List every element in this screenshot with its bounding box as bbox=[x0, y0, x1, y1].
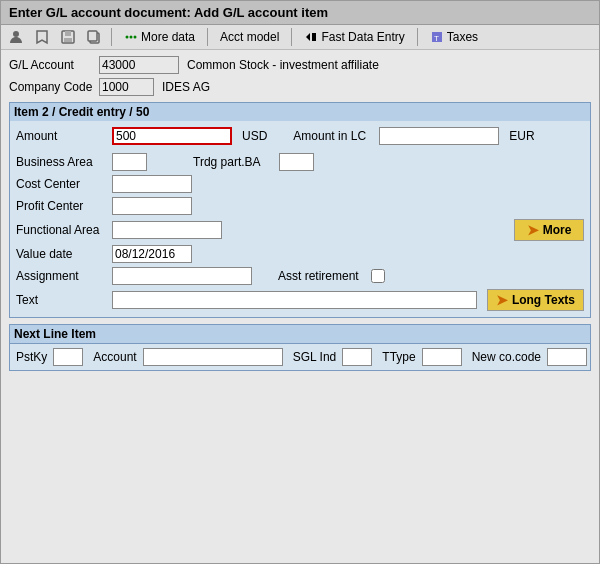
item-section-title: Item 2 / Credit entry / 50 bbox=[10, 103, 590, 121]
amount-input[interactable] bbox=[112, 127, 232, 145]
company-code-input[interactable] bbox=[99, 78, 154, 96]
value-date-input[interactable] bbox=[112, 245, 192, 263]
new-cocode-input[interactable] bbox=[547, 348, 587, 366]
svg-point-0 bbox=[13, 31, 19, 37]
currency-lc-label: EUR bbox=[509, 129, 534, 143]
trdg-part-ba-input[interactable] bbox=[279, 153, 314, 171]
content-area: G/L Account Common Stock - investment af… bbox=[1, 50, 599, 383]
account-input[interactable] bbox=[143, 348, 283, 366]
more-data-button[interactable]: More data bbox=[120, 29, 199, 45]
fast-data-entry-button[interactable]: Fast Data Entry bbox=[300, 29, 408, 45]
business-area-input[interactable] bbox=[112, 153, 147, 171]
bookmark-icon[interactable] bbox=[33, 28, 51, 46]
profit-center-label: Profit Center bbox=[16, 199, 106, 213]
more-arrow-icon: ➤ bbox=[527, 222, 539, 238]
account-label: Account bbox=[93, 350, 136, 364]
copy-icon[interactable] bbox=[85, 28, 103, 46]
cost-center-row: Cost Center bbox=[16, 175, 584, 193]
next-line-title: Next Line Item bbox=[10, 325, 590, 344]
asst-retirement-label: Asst retirement bbox=[278, 269, 359, 283]
main-window: Enter G/L account document: Add G/L acco… bbox=[0, 0, 600, 564]
svg-rect-2 bbox=[65, 31, 71, 36]
text-row: Text ➤ Long Texts bbox=[16, 289, 584, 311]
new-cocode-label: New co.code bbox=[472, 350, 541, 364]
more-button[interactable]: ➤ More bbox=[514, 219, 584, 241]
toolbar: More data Acct model Fast Data Entry T T… bbox=[1, 25, 599, 50]
profit-center-input[interactable] bbox=[112, 197, 192, 215]
sgl-ind-label: SGL Ind bbox=[293, 350, 337, 364]
gl-account-desc: Common Stock - investment affiliate bbox=[187, 58, 379, 72]
taxes-button[interactable]: T Taxes bbox=[426, 29, 482, 45]
pstky-label: PstKy bbox=[16, 350, 47, 364]
functional-area-input[interactable] bbox=[112, 221, 222, 239]
cost-center-label: Cost Center bbox=[16, 177, 106, 191]
svg-point-7 bbox=[130, 36, 133, 39]
ttype-input[interactable] bbox=[422, 348, 462, 366]
save-icon[interactable] bbox=[59, 28, 77, 46]
long-texts-button[interactable]: ➤ Long Texts bbox=[487, 289, 584, 311]
functional-area-row: Functional Area ➤ More bbox=[16, 219, 584, 241]
amount-lc-input[interactable] bbox=[379, 127, 499, 145]
item-section: Item 2 / Credit entry / 50 Amount USD Am… bbox=[9, 102, 591, 318]
more-label: More bbox=[543, 223, 572, 237]
next-line-content: PstKy Account SGL Ind TType New co.code bbox=[10, 344, 590, 370]
separator-3 bbox=[291, 28, 292, 46]
assignment-row: Assignment Asst retirement bbox=[16, 267, 584, 285]
currency-label: USD bbox=[242, 129, 267, 143]
business-area-label: Business Area bbox=[16, 155, 106, 169]
profit-center-row: Profit Center bbox=[16, 197, 584, 215]
company-code-label: Company Code bbox=[9, 80, 99, 94]
long-texts-label: Long Texts bbox=[512, 293, 575, 307]
amount-row: Amount USD Amount in LC EUR bbox=[16, 127, 584, 145]
svg-point-6 bbox=[126, 36, 129, 39]
svg-point-8 bbox=[134, 36, 137, 39]
separator-1 bbox=[111, 28, 112, 46]
separator-2 bbox=[207, 28, 208, 46]
business-area-row: Business Area Trdg part.BA bbox=[16, 153, 584, 171]
pstky-input[interactable] bbox=[53, 348, 83, 366]
long-texts-icon: ➤ bbox=[496, 292, 508, 308]
value-date-label: Value date bbox=[16, 247, 106, 261]
company-code-name: IDES AG bbox=[162, 80, 210, 94]
gl-account-input[interactable] bbox=[99, 56, 179, 74]
next-line-section: Next Line Item PstKy Account SGL Ind TTy… bbox=[9, 324, 591, 371]
amount-label: Amount bbox=[16, 129, 106, 143]
separator-4 bbox=[417, 28, 418, 46]
sgl-ind-input[interactable] bbox=[342, 348, 372, 366]
svg-text:T: T bbox=[434, 34, 439, 43]
gl-account-row: G/L Account Common Stock - investment af… bbox=[9, 56, 591, 74]
functional-area-label: Functional Area bbox=[16, 223, 106, 237]
ttype-label: TType bbox=[382, 350, 415, 364]
trdg-part-ba-label: Trdg part.BA bbox=[193, 155, 273, 169]
text-label: Text bbox=[16, 293, 106, 307]
asst-retirement-checkbox[interactable] bbox=[371, 269, 385, 283]
amount-lc-label: Amount in LC bbox=[293, 129, 373, 143]
svg-rect-9 bbox=[312, 33, 316, 41]
svg-rect-3 bbox=[64, 38, 72, 42]
user-icon[interactable] bbox=[7, 28, 25, 46]
cost-center-input[interactable] bbox=[112, 175, 192, 193]
title-bar: Enter G/L account document: Add G/L acco… bbox=[1, 1, 599, 25]
assignment-input[interactable] bbox=[112, 267, 252, 285]
text-input[interactable] bbox=[112, 291, 477, 309]
assignment-label: Assignment bbox=[16, 269, 106, 283]
gl-account-label: G/L Account bbox=[9, 58, 99, 72]
svg-rect-5 bbox=[88, 31, 97, 41]
company-code-row: Company Code IDES AG bbox=[9, 78, 591, 96]
window-title: Enter G/L account document: Add G/L acco… bbox=[9, 5, 328, 20]
value-date-row: Value date bbox=[16, 245, 584, 263]
acct-model-button[interactable]: Acct model bbox=[216, 29, 283, 45]
